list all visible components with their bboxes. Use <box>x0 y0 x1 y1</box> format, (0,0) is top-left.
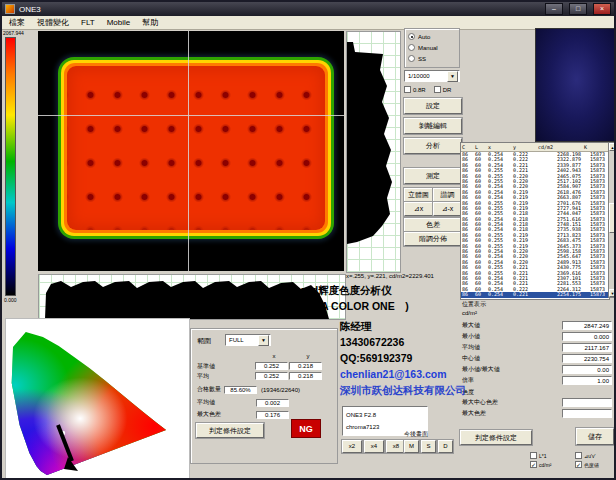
mode-radio-Manual[interactable]: Manual <box>408 42 456 53</box>
table-header-cell[interactable]: y <box>512 143 537 151</box>
radio-label: Auto <box>418 34 430 40</box>
checkbox-icon <box>434 86 441 93</box>
msd-buttons: MSD <box>404 440 453 453</box>
thermal-image[interactable] <box>38 31 344 271</box>
judge-x-value: 0.252 <box>255 372 288 380</box>
check-label: L*1 <box>539 453 547 459</box>
judge-col-header: x <box>257 353 291 359</box>
set-button[interactable]: 設定 <box>404 98 462 114</box>
analyze-button[interactable]: 分析 <box>404 138 462 154</box>
pass-count-value: 85.60% <box>224 386 257 394</box>
stat-row: 最大中心色差 <box>462 397 612 408</box>
zoom-button-x2[interactable]: x2 <box>342 440 362 453</box>
display-check-L*1[interactable]: L*1 <box>530 452 571 459</box>
stat-value: 2847.249 <box>562 321 612 330</box>
stat-value: 0.000 <box>562 332 612 341</box>
capture-check-0.8R[interactable]: 0.8R <box>404 86 426 93</box>
stat-row: 最大色差 <box>462 408 612 419</box>
contact-block: ccd辉度色度分析仪(RISA COLOR ONE )陈经理1343067223… <box>300 284 470 400</box>
display-check-色度値[interactable]: ✓色度値 <box>575 461 616 468</box>
delta-minus-x-button[interactable]: ⊿-x <box>433 202 462 216</box>
table-cell: 60 <box>474 292 487 297</box>
table-scrollbar[interactable]: ▲ ▼ <box>608 142 616 298</box>
chevron-down-icon[interactable]: ▼ <box>447 71 458 82</box>
table-cell: 0.221 <box>512 292 537 297</box>
table-header-cell[interactable]: K <box>583 143 607 151</box>
maximize-button[interactable]: □ <box>569 3 587 15</box>
checkbox-icon <box>530 452 537 459</box>
capture-check-DR[interactable]: DR <box>434 86 452 93</box>
menu-item-FLT[interactable]: FLT <box>81 18 95 27</box>
radio-label: Manual <box>418 45 438 51</box>
max-diff-value: 0.176 <box>256 411 289 419</box>
check-label: cd/m² <box>539 462 552 468</box>
menu-bar: 檔案視體變化FLTMobile幫助 <box>2 16 614 30</box>
calibration-line1: ONE3 F2.8 <box>346 409 424 421</box>
stat-row: 倍率1.00 <box>462 375 612 386</box>
vertical-profile-chart <box>346 31 401 273</box>
stat-row: 最小値/最大値0.00 <box>462 364 612 375</box>
stat-value: 2230.754 <box>562 354 612 363</box>
mode-radio-Auto[interactable]: Auto <box>408 31 456 42</box>
stat-row: 平均値2117.167 <box>462 342 612 353</box>
camera-preview-image <box>535 28 616 142</box>
contact-line: QQ:569192379 <box>340 352 470 368</box>
table-cell: 2254.175 <box>537 292 583 297</box>
table-header-cell[interactable]: C <box>461 143 474 151</box>
radio-icon <box>408 55 415 62</box>
table-header-cell[interactable]: cd/m2 <box>537 143 583 151</box>
scrollbar-thumb[interactable] <box>609 203 616 233</box>
mode-radio-SS[interactable]: SS <box>408 53 456 64</box>
scroll-down-icon[interactable]: ▼ <box>609 289 616 297</box>
judge-settings-button-right[interactable]: 判定條件設定 <box>460 430 532 445</box>
checkbox-icon: ✓ <box>575 461 582 468</box>
panel-blob-ring <box>61 60 331 236</box>
chevron-down-icon[interactable]: ▼ <box>258 335 269 346</box>
checkbox-icon <box>575 452 582 459</box>
save-button[interactable]: 儲存 <box>576 428 614 445</box>
zoom-button-x8[interactable]: x8 <box>386 440 406 453</box>
solid-view-button[interactable]: 立體圖 <box>404 188 433 202</box>
close-button[interactable]: × <box>593 3 611 15</box>
cie-chromaticity-diagram[interactable] <box>5 318 190 480</box>
avg-diff-label: 平均値 <box>197 398 253 407</box>
menu-item-幫助[interactable]: 幫助 <box>142 17 158 28</box>
screen-button-D[interactable]: D <box>438 440 453 453</box>
judge-row-label: 基準値 <box>197 362 255 371</box>
menu-item-Mobile[interactable]: Mobile <box>107 18 131 27</box>
measure-button[interactable]: 測定 <box>404 168 462 184</box>
edit-button[interactable]: 剝離編輯 <box>404 118 462 134</box>
stat-value: 0.00 <box>562 365 612 374</box>
table-row[interactable]: 86600.2540.2212254.17515873 <box>461 292 609 297</box>
display-check-cd/m²[interactable]: ✓cd/m² <box>530 461 571 468</box>
avg-diff-value: 0.002 <box>256 399 289 407</box>
menu-item-視體變化[interactable]: 視體變化 <box>37 17 69 28</box>
table-header-cell[interactable]: x <box>487 143 512 151</box>
cie-horseshoe <box>6 319 187 477</box>
shutter-select[interactable]: 1/10000 ▼ <box>404 70 460 82</box>
screen-button-M[interactable]: M <box>404 440 419 453</box>
judge-settings-button-left[interactable]: 判定條件設定 <box>196 423 264 438</box>
crosshair-horizontal[interactable] <box>38 115 344 116</box>
color-diff-button[interactable]: 色差 <box>404 218 462 232</box>
zoom-button-x4[interactable]: x4 <box>364 440 384 453</box>
menu-item-檔案[interactable]: 檔案 <box>9 17 25 28</box>
tone-dist-button[interactable]: 階調分佈 <box>404 232 462 246</box>
range-select[interactable]: FULL ▼ <box>225 334 271 346</box>
contact-line: 深圳市跃创达科技有限公司 <box>340 384 470 400</box>
stat-value: 2117.167 <box>562 343 612 352</box>
max-diff-row: 最大色差 0.176 <box>197 410 290 419</box>
title-bar[interactable]: ONE3 – □ × <box>2 2 614 16</box>
radio-label: SS <box>418 56 426 62</box>
display-check-⊿u'v'[interactable]: ⊿u'v' <box>575 452 616 459</box>
judge-row-label: 平均 <box>197 372 255 381</box>
screen-button-S[interactable]: S <box>421 440 436 453</box>
crosshair-vertical[interactable] <box>188 31 189 271</box>
minimize-button[interactable]: – <box>545 3 563 15</box>
contact-line: 13430672236 <box>340 336 470 352</box>
table-body: 86600.2540.2222268.1981587386600.2540.22… <box>461 152 609 298</box>
tone-button[interactable]: 諧調 <box>433 188 462 202</box>
table-header-cell[interactable]: L <box>474 143 487 151</box>
scroll-up-icon[interactable]: ▲ <box>609 143 616 151</box>
delta-x-button[interactable]: ⊿x <box>404 202 433 216</box>
